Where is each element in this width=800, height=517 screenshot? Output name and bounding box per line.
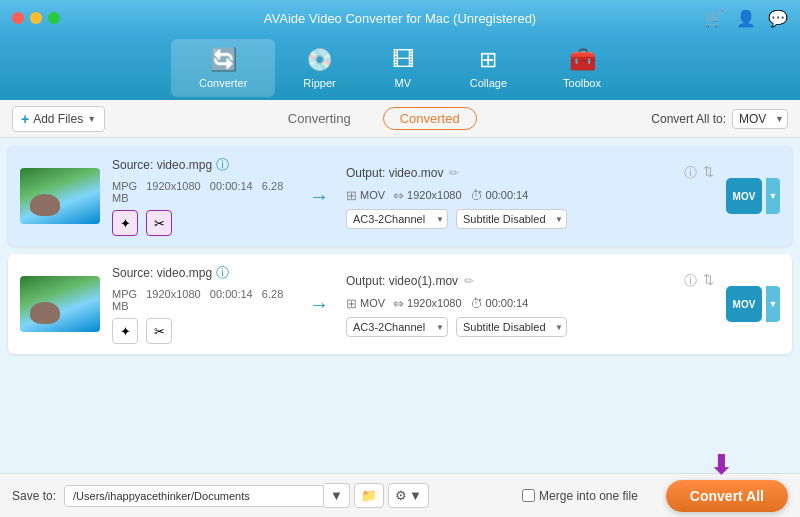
- user-icon[interactable]: 👤: [736, 9, 756, 28]
- merge-label: Merge into one file: [539, 489, 638, 503]
- row-dropdown-btn-2[interactable]: ▼: [766, 286, 780, 322]
- arrow-2: →: [304, 293, 334, 316]
- output-format-meta-1: ⊞ MOV: [346, 188, 385, 203]
- nav-toolbox-label: Toolbox: [563, 77, 601, 89]
- nav-item-mv[interactable]: 🎞 MV: [364, 39, 442, 97]
- plus-icon: +: [21, 111, 29, 127]
- audio-channel-select-1[interactable]: AC3-2Channel AAC-2Channel: [346, 209, 448, 229]
- nav-mv-label: MV: [394, 77, 411, 89]
- cut-button-2[interactable]: ✂: [146, 318, 172, 344]
- tab-converted[interactable]: Converted: [383, 107, 477, 130]
- maximize-button[interactable]: [48, 12, 60, 24]
- path-dropdown-btn[interactable]: ▼: [324, 483, 350, 508]
- ripper-icon: 💿: [306, 47, 333, 73]
- source-label-1: Source: video.mpg: [112, 158, 212, 172]
- format-icon-2: ⊞: [346, 296, 357, 311]
- cut-button-1[interactable]: ✂: [146, 210, 172, 236]
- minimize-button[interactable]: [30, 12, 42, 24]
- cart-icon[interactable]: 🛒: [704, 9, 724, 28]
- file-codec-2: MPG: [112, 288, 137, 300]
- output-info-icon-1[interactable]: ⓘ: [684, 164, 697, 182]
- file-meta-1: MPG 1920x1080 00:00:14 6.28 MB: [112, 180, 292, 204]
- output-meta-1: ⊞ MOV ⇔ 1920x1080 ⏱ 00:00:14: [346, 188, 714, 203]
- save-settings-btn[interactable]: ⚙▼: [388, 483, 429, 508]
- output-settings-icon-1[interactable]: ⇅: [703, 164, 714, 182]
- nav-item-collage[interactable]: ⊞ Collage: [442, 39, 535, 97]
- toolbar-tabs: Converting Converted: [105, 107, 651, 130]
- audio-select-wrap-1: AC3-2Channel AAC-2Channel: [346, 209, 448, 229]
- converter-icon: 🔄: [210, 47, 237, 73]
- add-files-button[interactable]: + Add Files ▼: [12, 106, 105, 132]
- download-arrow-icon: ⬇: [710, 450, 732, 481]
- merge-checkbox-input[interactable]: [522, 489, 535, 502]
- file-actions-1: ✦ ✂: [112, 210, 292, 236]
- audio-channel-select-2[interactable]: AC3-2Channel AAC-2Channel: [346, 317, 448, 337]
- output-format-1: MOV: [360, 189, 385, 201]
- output-res-1: 1920x1080: [407, 189, 461, 201]
- title-action-icons: 🛒 👤 💬: [704, 9, 788, 28]
- output-controls-1: AC3-2Channel AAC-2Channel Subtitle Disab…: [346, 209, 714, 229]
- output-dur-meta-2: ⏱ 00:00:14: [470, 296, 529, 311]
- thumbnail-2: [20, 276, 100, 332]
- bottom-bar: Save to: /Users/ihappyacethinker/Documen…: [0, 473, 800, 517]
- edit-pencil-icon-2[interactable]: ✏: [464, 274, 474, 288]
- subtitle-select-2[interactable]: Subtitle Disabled Enable Subtitle: [456, 317, 567, 337]
- tab-converting[interactable]: Converting: [280, 107, 359, 130]
- file-resolution-1: 1920x1080: [146, 180, 200, 192]
- nav-bar: 🔄 Converter 💿 Ripper 🎞 MV ⊞ Collage 🧰 To…: [0, 36, 800, 100]
- output-settings-icon-2[interactable]: ⇅: [703, 272, 714, 290]
- convert-all-button[interactable]: Convert All: [666, 480, 788, 512]
- file-row: Source: video.mpg ⓘ MPG 1920x1080 00:00:…: [8, 146, 792, 246]
- chat-icon[interactable]: 💬: [768, 9, 788, 28]
- clock-icon-1: ⏱: [470, 188, 483, 203]
- file-duration-1: 00:00:14: [210, 180, 253, 192]
- convert-all-to: Convert All to: MOV MP4 AVI: [651, 109, 788, 129]
- close-button[interactable]: [12, 12, 24, 24]
- merge-checkbox: Merge into one file: [522, 489, 638, 503]
- wand-button-1[interactable]: ✦: [112, 210, 138, 236]
- output-dur-1: 00:00:14: [486, 189, 529, 201]
- file-meta-2: MPG 1920x1080 00:00:14 6.28 MB: [112, 288, 292, 312]
- source-info-icon-2[interactable]: ⓘ: [216, 264, 229, 282]
- output-actions-1: ⓘ ⇅: [684, 164, 714, 182]
- output-res-meta-1: ⇔ 1920x1080: [393, 188, 461, 203]
- add-files-dropdown-icon[interactable]: ▼: [87, 114, 96, 124]
- main-content: Source: video.mpg ⓘ MPG 1920x1080 00:00:…: [0, 138, 800, 473]
- save-path-input[interactable]: /Users/ihappyacethinker/Documents: [64, 485, 324, 507]
- source-info-icon-1[interactable]: ⓘ: [216, 156, 229, 174]
- path-actions: /Users/ihappyacethinker/Documents ▼ 📁 ⚙▼: [64, 483, 429, 508]
- audio-select-wrap-2: AC3-2Channel AAC-2Channel: [346, 317, 448, 337]
- format-badge-2[interactable]: MOV: [726, 286, 762, 322]
- thumbnail-1: [20, 168, 100, 224]
- output-label-2: Output: video(1).mov: [346, 274, 458, 288]
- output-section-1: Output: video.mov ✏ ⓘ ⇅ ⊞ MOV ⇔ 1920x108…: [346, 164, 714, 229]
- nav-item-converter[interactable]: 🔄 Converter: [171, 39, 275, 97]
- nav-item-toolbox[interactable]: 🧰 Toolbox: [535, 39, 629, 97]
- gear-icon: ⚙: [395, 488, 407, 503]
- output-actions-2: ⓘ ⇅: [684, 272, 714, 290]
- nav-item-ripper[interactable]: 💿 Ripper: [275, 39, 363, 97]
- edit-pencil-icon-1[interactable]: ✏: [449, 166, 459, 180]
- output-info-icon-2[interactable]: ⓘ: [684, 272, 697, 290]
- source-label-2: Source: video.mpg: [112, 266, 212, 280]
- mv-icon: 🎞: [392, 47, 414, 73]
- output-line-2: Output: video(1).mov ✏ ⓘ ⇅: [346, 272, 714, 290]
- traffic-lights: [12, 12, 60, 24]
- wand-button-2[interactable]: ✦: [112, 318, 138, 344]
- format-select[interactable]: MOV MP4 AVI: [732, 109, 788, 129]
- toolbar: + Add Files ▼ Converting Converted Conve…: [0, 100, 800, 138]
- output-label-1: Output: video.mov: [346, 166, 443, 180]
- subtitle-select-1[interactable]: Subtitle Disabled Enable Subtitle: [456, 209, 567, 229]
- res-icon-2: ⇔: [393, 296, 404, 311]
- row-dropdown-btn-1[interactable]: ▼: [766, 178, 780, 214]
- file-info-1: Source: video.mpg ⓘ MPG 1920x1080 00:00:…: [112, 156, 292, 236]
- arrow-1: →: [304, 185, 334, 208]
- folder-open-btn[interactable]: 📁: [354, 483, 384, 508]
- subtitle-select-wrap-2: Subtitle Disabled Enable Subtitle: [456, 317, 567, 337]
- output-line-1: Output: video.mov ✏ ⓘ ⇅: [346, 164, 714, 182]
- save-to-label: Save to:: [12, 489, 56, 503]
- format-badge-1[interactable]: MOV: [726, 178, 762, 214]
- output-meta-2: ⊞ MOV ⇔ 1920x1080 ⏱ 00:00:14: [346, 296, 714, 311]
- row-end-2: MOV ▼: [726, 286, 780, 322]
- output-format-meta-2: ⊞ MOV: [346, 296, 385, 311]
